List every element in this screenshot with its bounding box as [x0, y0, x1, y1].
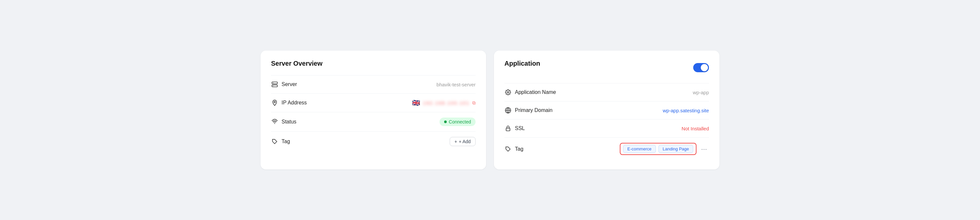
more-tags-button[interactable]: ⋯	[699, 144, 709, 154]
svg-point-6	[508, 92, 509, 93]
ip-label-text: IP Address	[282, 100, 307, 106]
svg-rect-1	[272, 85, 278, 87]
server-icon	[271, 81, 278, 88]
app-name-value: wp-app	[693, 90, 709, 95]
copy-icon[interactable]: ⧉	[472, 100, 476, 106]
status-badge-text: Connected	[449, 119, 471, 124]
add-tag-label: + Add	[459, 139, 471, 144]
application-card: Application Application Name wp-app	[494, 51, 719, 169]
server-label: Server	[271, 81, 297, 88]
app-tag-label-text: Tag	[515, 146, 523, 152]
main-container: Server Overview Server bhavik-test-serve…	[261, 51, 719, 169]
status-row: Status Connected	[271, 112, 476, 131]
ip-row: IP Address 🇬🇧 192.168.100.101 ⧉	[271, 93, 476, 112]
app-card-header: Application	[504, 60, 709, 75]
server-overview-card: Server Overview Server bhavik-test-serve…	[261, 51, 486, 169]
app-name-row: Application Name wp-app	[504, 83, 709, 101]
landing-page-tag[interactable]: Landing Page	[659, 145, 693, 153]
flag-icon: 🇬🇧	[412, 99, 420, 107]
app-tag-label: Tag	[504, 146, 523, 153]
svg-point-5	[274, 123, 275, 124]
svg-rect-8	[506, 128, 510, 131]
server-tag-label-text: Tag	[282, 138, 290, 145]
svg-point-4	[274, 101, 275, 103]
svg-rect-0	[272, 82, 278, 84]
primary-domain-label: Primary Domain	[504, 107, 553, 114]
connected-badge: Connected	[439, 117, 476, 126]
status-label-text: Status	[282, 119, 296, 125]
location-icon	[271, 99, 278, 106]
ip-label: IP Address	[271, 99, 307, 106]
ssl-value: Not Installed	[682, 126, 709, 131]
app-toggle[interactable]	[693, 63, 709, 72]
app-name-icon	[504, 89, 512, 96]
status-dot	[444, 120, 447, 123]
primary-domain-value[interactable]: wp-app.satesting.site	[663, 108, 709, 113]
ssl-label: SSL	[504, 125, 525, 132]
ecommerce-tag[interactable]: E-commerce	[623, 145, 656, 153]
app-tag-icon	[504, 146, 512, 153]
svg-point-3	[273, 86, 274, 86]
add-tag-button[interactable]: + + Add	[450, 137, 476, 146]
app-card-title: Application	[504, 60, 540, 67]
status-label: Status	[271, 118, 296, 125]
ip-address-value: 192.168.100.101	[423, 100, 470, 106]
server-row: Server bhavik-test-server	[271, 75, 476, 93]
server-label-text: Server	[282, 82, 297, 87]
server-value: bhavik-test-server	[437, 82, 476, 87]
ssl-label-text: SSL	[515, 125, 525, 131]
tags-highlighted-area: E-commerce Landing Page	[620, 143, 697, 155]
wifi-icon	[271, 118, 278, 125]
tags-wrapper: E-commerce Landing Page ⋯	[620, 143, 709, 155]
app-name-label-text: Application Name	[515, 89, 556, 95]
server-card-title: Server Overview	[271, 60, 476, 67]
app-name-label: Application Name	[504, 89, 556, 96]
primary-domain-row: Primary Domain wp-app.satesting.site	[504, 101, 709, 119]
server-tag-row: Tag + + Add	[271, 131, 476, 151]
globe-icon	[504, 107, 512, 114]
primary-domain-label-text: Primary Domain	[515, 108, 553, 113]
ip-value-wrapper: 🇬🇧 192.168.100.101 ⧉	[412, 99, 476, 107]
tag-icon	[271, 138, 278, 145]
svg-point-2	[273, 83, 274, 84]
app-tag-row: Tag E-commerce Landing Page ⋯	[504, 137, 709, 160]
plus-icon: +	[455, 139, 457, 144]
server-tag-label: Tag	[271, 138, 290, 145]
ssl-row: SSL Not Installed	[504, 119, 709, 137]
ssl-icon	[504, 125, 512, 132]
